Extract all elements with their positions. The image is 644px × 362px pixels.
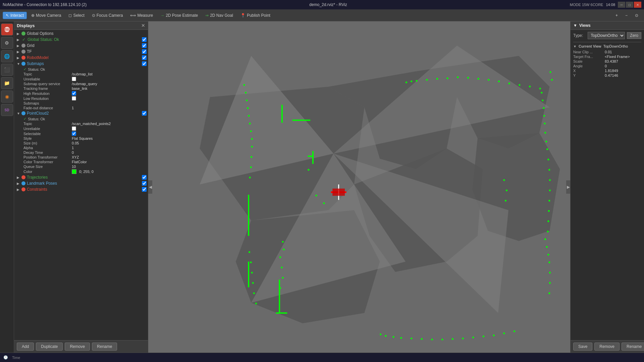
views-zero-button[interactable]: Zero (627, 32, 641, 39)
sidebar-file-icon[interactable]: 📁 (1, 77, 13, 89)
trajectories-checkbox[interactable] (142, 175, 147, 180)
pc2-selectable-checkbox[interactable] (72, 131, 76, 136)
remove-view-button[interactable]: Remove (594, 343, 620, 351)
svg-rect-35 (546, 148, 548, 150)
tf-checkbox[interactable] (142, 49, 147, 54)
select-icon: ◻ (68, 13, 72, 18)
duplicate-display-button[interactable]: Duplicate (36, 343, 63, 351)
grid-label: Grid (27, 43, 141, 48)
landmark-poses-icon (21, 181, 25, 185)
tf-label: TF (27, 49, 141, 54)
robotmodel-checkbox[interactable] (142, 55, 147, 60)
mode-label: MODE 15W 6CORE (570, 3, 603, 7)
pointcloud2-item[interactable]: ▼ PointCloud2 (14, 110, 148, 116)
submaps-highres-checkbox[interactable] (72, 91, 76, 96)
window-controls[interactable]: ─ □ ✕ (618, 2, 641, 8)
rename-display-button[interactable]: Rename (92, 343, 117, 351)
collapse-right-arrow[interactable]: ▶ (566, 180, 570, 194)
trajectories-item[interactable]: ▶ Trajectories (14, 174, 148, 180)
svg-rect-58 (514, 330, 515, 332)
submaps-unreliable-checkbox[interactable] (72, 77, 76, 81)
pointcloud2-checkbox[interactable] (142, 111, 147, 116)
submaps-item[interactable]: ▼ Submaps (14, 61, 148, 67)
remove-display-button[interactable]: Remove (65, 343, 90, 351)
svg-rect-81 (283, 249, 285, 250)
global-status-checkbox[interactable] (142, 37, 147, 42)
tf-item[interactable]: ▶ TF (14, 49, 148, 55)
displays-close-button[interactable]: ✕ (141, 23, 145, 28)
minimize-button[interactable]: ─ (618, 2, 625, 8)
sidebar-network-icon[interactable]: 🌐 (1, 50, 13, 62)
titlebar-right: MODE 15W 6CORE 14:08 ─ □ ✕ (570, 2, 641, 8)
views-type-select[interactable]: TopDownOrtho (588, 32, 625, 39)
svg-rect-23 (498, 80, 500, 82)
submaps-checkbox[interactable] (142, 61, 147, 66)
displays-panel: Displays ✕ ▶ Global Options ▶ ✓ Global S… (14, 21, 148, 353)
zoom-reset-button[interactable]: ⊙ (632, 12, 641, 19)
rename-view-button[interactable]: Rename (622, 343, 644, 351)
measure-button[interactable]: ⟺ Measure (127, 12, 156, 19)
select-button[interactable]: ◻ Select (65, 12, 87, 19)
svg-rect-52 (452, 338, 453, 340)
landmark-poses-checkbox[interactable] (142, 181, 147, 186)
grid-checkbox[interactable] (142, 43, 147, 48)
titlebar: NoMachine - Connection to 192.168.124.10… (0, 0, 644, 9)
submaps-status-check-icon: ✓ (23, 67, 26, 71)
viewport[interactable]: ◀ ▶ (148, 21, 570, 353)
global-options-item[interactable]: ▶ Global Options (14, 31, 148, 37)
interact-button[interactable]: ↖ Interact (3, 12, 27, 19)
sidebar-rviz-icon[interactable]: RViz (1, 23, 13, 36)
sidebar-ros-icon[interactable]: ◉ (1, 90, 13, 103)
map-visualization[interactable] (148, 21, 570, 353)
views-type-label: Type: (573, 33, 586, 38)
global-status-item[interactable]: ▶ ✓ Global Status: Ok (14, 37, 148, 43)
expand-icon: ▼ (17, 62, 20, 66)
pc2-postransform-prop: Position Transformer XYZ (14, 155, 148, 160)
submaps-lowres-checkbox[interactable] (72, 96, 76, 101)
robotmodel-item[interactable]: ▶ RobotModel (14, 55, 148, 61)
publish-point-label: Publish Point (247, 13, 270, 18)
collapse-left-arrow[interactable]: ◀ (148, 180, 152, 194)
pc2-style-value: Flat Squares (72, 136, 147, 140)
svg-rect-91 (549, 261, 550, 263)
constraints-label: Constraints (27, 187, 141, 192)
focus-camera-button[interactable]: ⊙ Focus Camera (89, 12, 126, 19)
pc2-unreliable-checkbox[interactable] (72, 126, 76, 131)
landmark-poses-item[interactable]: ▶ Landmark Poses (14, 180, 148, 186)
sidebar-settings-icon[interactable]: ⚙ (1, 37, 13, 49)
scale-label: Scale (573, 59, 603, 63)
status-time-label: Time (12, 356, 20, 360)
submaps-label: Submaps (27, 61, 141, 66)
constraints-checkbox[interactable] (142, 187, 147, 192)
save-view-button[interactable]: Save (573, 343, 592, 351)
constraints-item[interactable]: ▶ Constraints (14, 186, 148, 192)
pc2-color-prop: Color 0; 255; 0 (14, 169, 148, 174)
measure-icon: ⟺ (130, 13, 136, 18)
move-camera-button[interactable]: ⊕ Move Camera (28, 12, 64, 19)
publish-point-button[interactable]: 📍 Publish Point (237, 12, 273, 19)
near-clip-value: 0.01 (605, 50, 641, 54)
nav-goal-button[interactable]: ⇒ 2D Nav Goal (202, 12, 236, 19)
views-footer: Save Remove Rename (571, 340, 644, 353)
pointcloud2-label: PointCloud2 (27, 111, 141, 116)
grid-item[interactable]: ▶ Grid (14, 43, 148, 49)
svg-rect-97 (505, 200, 506, 201)
zoom-in-button[interactable]: + (612, 12, 621, 19)
submaps-unreliable-key: Unreliable (23, 77, 70, 81)
sidebar-sd-icon[interactable]: SD (1, 104, 13, 116)
close-button[interactable]: ✕ (634, 2, 641, 8)
zoom-out-button[interactable]: − (622, 12, 631, 19)
svg-rect-51 (441, 339, 443, 341)
svg-rect-63 (248, 115, 250, 117)
svg-rect-84 (282, 277, 284, 279)
sidebar-terminal-icon[interactable]: ⬛ (1, 64, 13, 76)
add-display-button[interactable]: Add (17, 343, 34, 351)
expand-icon: ▶ (17, 176, 20, 179)
submaps-tracking-value: base_link (72, 86, 147, 90)
maximize-button[interactable]: □ (626, 2, 633, 8)
pose-estimate-button[interactable]: → 2D Pose Estimate (157, 12, 201, 19)
focus-camera-label: Focus Camera (97, 13, 123, 18)
svg-rect-69 (250, 167, 252, 168)
submaps-submaps-key: Submaps (23, 101, 70, 105)
submaps-fade-value: 1 (72, 106, 147, 110)
